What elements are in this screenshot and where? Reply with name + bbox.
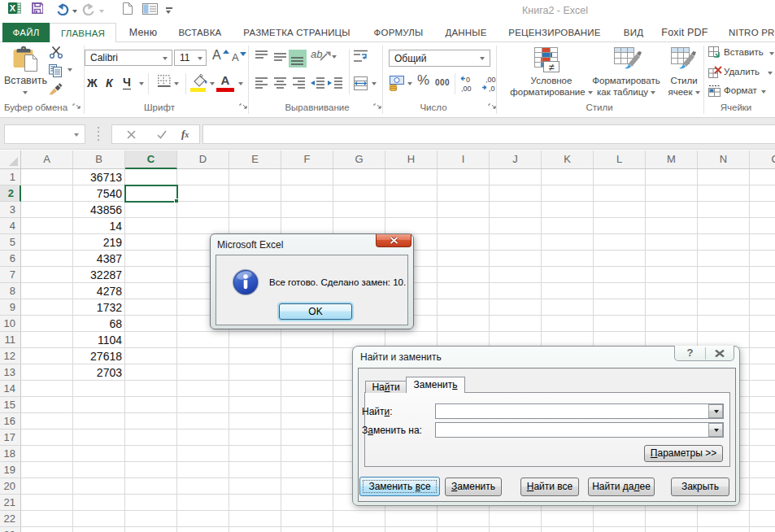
svg-text:≠: ≠: [548, 61, 554, 73]
svg-text:0: 0: [466, 76, 470, 84]
svg-text:X: X: [10, 3, 16, 13]
svg-text:,00: ,00: [485, 76, 496, 84]
svg-text:,0: ,0: [489, 85, 495, 93]
svg-text:,00: ,00: [461, 85, 472, 93]
